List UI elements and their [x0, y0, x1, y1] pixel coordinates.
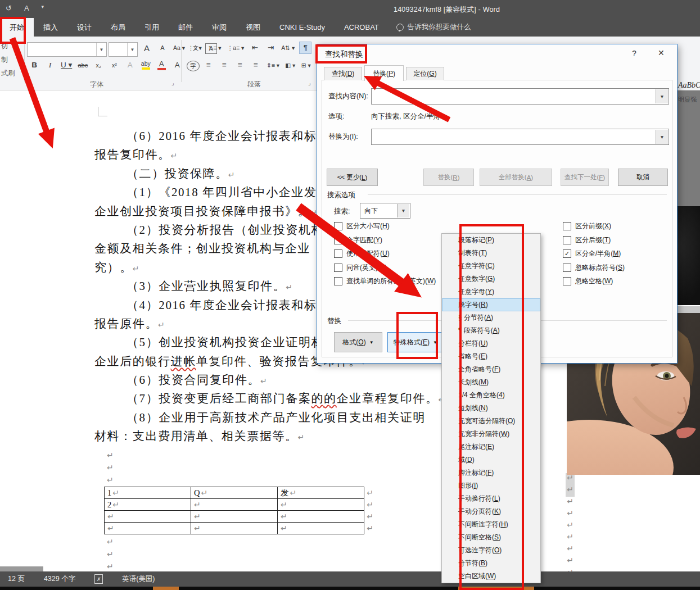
chevron-down-icon[interactable]: ▼	[96, 43, 106, 56]
paragraph-dialog-launcher-icon[interactable]: ⌟	[308, 80, 311, 86]
replace-input-field[interactable]	[373, 130, 655, 144]
dialog-tab-2[interactable]: 定位(G)	[406, 67, 444, 80]
text-effects-icon[interactable]: A	[124, 59, 136, 71]
checkbox-icon[interactable]	[563, 222, 571, 230]
redo-icon[interactable]: ↺	[6, 4, 12, 12]
font-name-combo[interactable]: ▼	[27, 42, 107, 57]
search-direction-select[interactable]: 向下 ▼	[360, 203, 410, 219]
menu-item-13[interactable]: 短划线(N)	[442, 402, 540, 415]
underline-button[interactable]: U ▾	[60, 59, 73, 71]
document-line[interactable]: （8）企业用于高新技术产品产业化项目支出相关证明	[94, 410, 445, 428]
superscript-button[interactable]: x²	[108, 59, 120, 71]
customize-chevron-icon[interactable]: ▾	[42, 4, 44, 12]
find-input-field[interactable]	[373, 89, 655, 103]
checkbox-cb-left-0[interactable]: 区分大小写(H)	[334, 221, 390, 231]
page-count[interactable]: 12 页	[8, 574, 25, 584]
checkbox-cb-left-1[interactable]: 全字匹配(Y)	[334, 235, 382, 245]
checkbox-icon[interactable]	[334, 236, 342, 244]
checkbox-icon[interactable]	[334, 249, 342, 258]
table-cell[interactable]: ↵	[278, 523, 364, 534]
menu-item-0[interactable]: 段落标记(P)	[442, 234, 540, 247]
menu-item-7[interactable]: ¶ 段落符号(A)	[442, 324, 540, 337]
word-count[interactable]: 4329 个字	[44, 574, 75, 584]
menu-item-21[interactable]: 手动分页符(K)	[442, 505, 540, 518]
close-icon[interactable]: ✕	[658, 48, 665, 57]
menu-item-3[interactable]: 任意数字(G)	[442, 273, 540, 285]
font-a-icon[interactable]: A	[24, 4, 29, 12]
menu-item-18[interactable]: 脚注标记(F)	[442, 466, 540, 479]
menu-item-16[interactable]: 尾注标记(E)	[442, 441, 540, 453]
checkbox-cb-right-1[interactable]: 区分后缀(T)	[563, 235, 611, 245]
menu-item-9[interactable]: 省略号(E)	[442, 350, 540, 363]
document-line[interactable]: 材料：支出费用清单、相关票据等。↵	[94, 428, 445, 447]
increase-indent-button[interactable]: ⇥	[264, 42, 277, 54]
numbering-button[interactable]: ⒈≡ ▾	[206, 42, 223, 54]
decrease-indent-button[interactable]: ⇤	[249, 42, 261, 54]
clipboard-label[interactable]: 切	[1, 42, 8, 51]
table-cell[interactable]: ↵	[191, 511, 278, 523]
bold-button[interactable]: B	[28, 59, 40, 71]
checkbox-icon[interactable]	[563, 264, 571, 272]
menu-item-26[interactable]: 空白区域(W)	[442, 570, 540, 583]
language-status[interactable]: 英语(美国)	[122, 574, 155, 584]
show-marks-button[interactable]: ¶	[299, 42, 311, 54]
chevron-down-icon[interactable]: ▼	[656, 89, 668, 103]
ribbon-tab-home[interactable]: 开始	[0, 18, 34, 37]
checkbox-icon[interactable]	[334, 277, 342, 285]
table-cell[interactable]: 发↵	[278, 487, 364, 499]
ribbon-tab-7[interactable]: 视图	[236, 18, 270, 37]
checkbox-cb-left-2[interactable]: 使用通配符(U)	[334, 249, 390, 258]
document-line[interactable]: ↵	[94, 460, 445, 472]
font-size-combo[interactable]: ▼	[109, 42, 138, 57]
font-color-button[interactable]: A	[155, 59, 168, 71]
document-line[interactable]: （6）投资合同复印件。↵	[94, 372, 445, 391]
chevron-down-icon[interactable]: ▼	[127, 43, 137, 56]
ribbon-tab-1[interactable]: 插入	[34, 18, 67, 37]
strikethrough-button[interactable]: abc	[76, 59, 89, 71]
checkbox-cb-right-4[interactable]: 忽略空格(W)	[563, 276, 613, 286]
find-input[interactable]: ▼	[371, 88, 669, 105]
table-cell[interactable]: ↵	[191, 523, 278, 534]
menu-item-14[interactable]: 无宽可选分隔符(O)	[442, 415, 540, 428]
menu-item-5[interactable]: 脱字号(R)	[442, 298, 540, 311]
highlight-color-button[interactable]: aby	[139, 59, 152, 71]
menu-item-20[interactable]: 手动换行符(L)	[442, 492, 540, 505]
menu-item-25[interactable]: 分节符(B)	[442, 557, 540, 570]
line-spacing-button[interactable]: ⇕≡ ▾	[265, 59, 281, 71]
replace-input[interactable]: ▼	[371, 129, 669, 145]
tell-me-box[interactable]: 告诉我你想要做什么	[389, 18, 479, 37]
ribbon-tab-2[interactable]: 设计	[67, 18, 101, 37]
checkbox-icon[interactable]	[334, 222, 342, 230]
table-cell[interactable]: ↵	[105, 511, 191, 523]
menu-item-23[interactable]: 不间断空格(S)	[442, 531, 540, 544]
shrink-font-icon[interactable]: A	[156, 42, 169, 54]
dialog-button-0[interactable]: << 更少(L)	[327, 169, 378, 186]
document-line[interactable]: ↵	[94, 447, 445, 460]
checkbox-icon[interactable]	[563, 236, 571, 244]
italic-button[interactable]: I	[44, 59, 56, 71]
checkbox-icon[interactable]	[563, 277, 571, 285]
table-cell[interactable]: 2↵	[105, 499, 191, 511]
checkbox-cb-right-0[interactable]: 区分前缀(X)	[563, 221, 611, 231]
chevron-down-icon[interactable]: ▼	[397, 204, 409, 217]
table-cell[interactable]: Q↵	[191, 487, 278, 499]
menu-item-12[interactable]: 1/4 全角空格(4)	[442, 389, 540, 402]
multilevel-list-button[interactable]: ⋮a≡ ▾	[226, 42, 246, 54]
subscript-button[interactable]: x₂	[92, 59, 105, 71]
sort-button[interactable]: A⇅ ▾	[280, 42, 296, 54]
ribbon-tab-9[interactable]: ACROBAT	[335, 18, 389, 37]
menu-item-6[interactable]: § 分节符(A)	[442, 311, 540, 324]
checkbox-icon[interactable]: ✓	[563, 249, 571, 258]
menu-item-15[interactable]: 无宽非分隔符(W)	[442, 428, 540, 441]
ribbon-tab-5[interactable]: 邮件	[169, 18, 202, 37]
menu-item-22[interactable]: 不间断连字符(H)	[442, 518, 540, 531]
align-right-button[interactable]: ≡	[218, 59, 231, 71]
menu-item-4[interactable]: 任意字母(Y)	[442, 285, 540, 298]
dialog-tab-0[interactable]: 查找(D)	[324, 67, 362, 80]
align-center-button[interactable]: ≡	[202, 59, 215, 71]
table-cell[interactable]: ↵	[278, 511, 364, 523]
chevron-down-icon[interactable]: ▼	[656, 130, 668, 144]
table-cell[interactable]: ↵	[191, 499, 278, 511]
dialog-tab-1[interactable]: 替换(P)	[364, 65, 404, 81]
grow-font-icon[interactable]: A	[141, 42, 153, 54]
